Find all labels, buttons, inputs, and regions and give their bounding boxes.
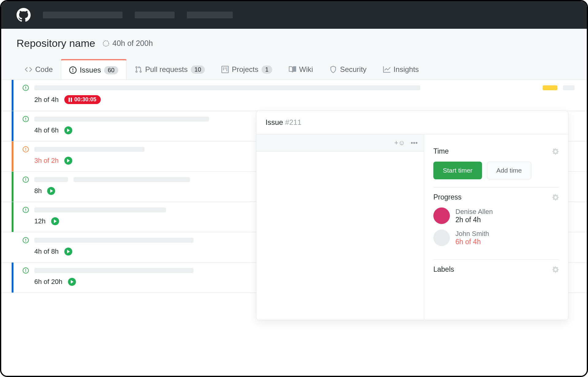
issue-time: 8h — [34, 187, 42, 195]
tab-insights[interactable]: Insights — [375, 59, 427, 80]
github-logo-icon[interactable] — [17, 8, 31, 22]
status-stripe — [12, 263, 13, 293]
content-area: 2h of 4h 00:30:05 4h — [1, 80, 587, 377]
section-title: Progress — [433, 193, 462, 201]
issue-row[interactable]: 2h of 4h 00:30:05 — [1, 80, 587, 111]
progress-person: Denise Allen2h of 4h — [433, 207, 559, 224]
book-icon — [289, 66, 296, 73]
section-title: Labels — [433, 265, 454, 274]
avatar — [433, 230, 450, 246]
tab-count: 1 — [262, 65, 272, 74]
play-button[interactable] — [68, 278, 76, 286]
title-placeholder — [34, 207, 166, 212]
issue-time: 4h of 8h — [34, 248, 59, 256]
tab-security[interactable]: Security — [321, 59, 375, 80]
timer-value: 00:30:05 — [74, 96, 96, 103]
issue-time: 6h of 20h — [34, 278, 62, 286]
tab-label: Insights — [394, 65, 419, 74]
repo-time-budget: 40h of 200h — [103, 39, 153, 48]
gear-icon[interactable] — [552, 194, 559, 201]
graph-icon — [383, 66, 390, 73]
tab-code[interactable]: Code — [17, 59, 61, 80]
tab-pull-requests[interactable]: Pull requests 10 — [126, 59, 213, 80]
svg-point-0 — [103, 40, 109, 46]
meta-placeholder — [563, 85, 575, 90]
tab-projects[interactable]: Projects 1 — [213, 59, 281, 80]
play-button[interactable] — [51, 217, 59, 225]
tab-label: Projects — [232, 65, 258, 74]
issue-icon — [69, 66, 77, 74]
sidebar: Time Start timer Add time Progress — [424, 134, 568, 320]
avatar — [433, 207, 450, 224]
person-time: 6h of 4h — [455, 238, 489, 246]
comment-toolbar: +☺ ••• — [256, 134, 424, 151]
comment-body[interactable] — [256, 151, 424, 320]
clock-icon — [103, 40, 109, 47]
status-stripe — [12, 232, 13, 262]
repo-name[interactable]: Repository name — [17, 37, 95, 49]
label-placeholder — [543, 85, 557, 90]
issue-open-icon — [23, 85, 29, 91]
tab-label: Security — [340, 65, 367, 74]
tab-count: 60 — [104, 66, 118, 74]
repo-tabs: Code Issues 60 Pull requests 10 Projects… — [17, 59, 571, 80]
person-time: 2h of 4h — [455, 216, 493, 224]
comment-area: +☺ ••• — [256, 134, 424, 320]
nav-placeholder — [43, 12, 123, 18]
tab-label: Wiki — [299, 65, 313, 74]
add-time-button[interactable]: Add time — [487, 162, 531, 179]
title-placeholder — [34, 268, 194, 273]
issue-time: 4h of 6h — [34, 126, 59, 134]
gear-icon[interactable] — [552, 266, 559, 273]
tab-issues[interactable]: Issues 60 — [61, 59, 126, 80]
nav-placeholder — [187, 12, 233, 18]
issue-time: 3h of 2h — [34, 157, 59, 165]
play-button[interactable] — [64, 126, 72, 134]
title-placeholder — [34, 117, 209, 121]
pull-request-icon — [135, 66, 142, 73]
title-placeholder — [34, 177, 68, 182]
issue-open-icon — [23, 177, 29, 183]
issue-open-icon — [23, 116, 29, 122]
start-timer-button[interactable]: Start timer — [433, 162, 482, 179]
issue-open-icon — [23, 146, 29, 152]
topbar — [1, 1, 587, 29]
repo-budget-text: 40h of 200h — [112, 39, 153, 48]
status-stripe — [12, 80, 13, 111]
panel-title-prefix: Issue — [266, 118, 285, 126]
progress-person: John Smith6h of 4h — [433, 230, 559, 246]
code-icon — [25, 66, 32, 73]
section-labels: Labels — [433, 260, 559, 288]
add-reaction-button[interactable]: +☺ — [394, 139, 405, 147]
issue-time: 2h of 4h — [34, 96, 59, 104]
section-time: Time Start timer Add time — [433, 142, 559, 188]
tab-wiki[interactable]: Wiki — [281, 59, 321, 80]
status-stripe — [12, 141, 13, 171]
section-progress: Progress Denise Allen2h of 4hJohn Smith6… — [433, 188, 559, 260]
person-name: John Smith — [455, 230, 489, 238]
issue-time: 12h — [34, 217, 46, 225]
title-placeholder — [74, 177, 190, 182]
panel-issue-number: #211 — [285, 118, 301, 126]
running-timer-badge[interactable]: 00:30:05 — [64, 95, 101, 104]
play-button[interactable] — [47, 187, 55, 195]
issue-open-icon — [23, 207, 29, 213]
tab-label: Pull requests — [145, 65, 188, 74]
repo-header: Repository name 40h of 200h Code Issues … — [1, 29, 587, 80]
play-button[interactable] — [64, 248, 72, 256]
tab-count: 10 — [191, 65, 205, 74]
issue-open-icon — [23, 237, 29, 243]
issue-open-icon — [23, 267, 29, 274]
status-stripe — [12, 202, 13, 232]
panel-header: Issue #211 — [256, 111, 568, 134]
play-button[interactable] — [64, 157, 72, 165]
shield-icon — [330, 66, 337, 73]
person-name: Denise Allen — [455, 208, 493, 216]
title-placeholder — [34, 238, 194, 243]
section-title: Time — [433, 147, 449, 155]
gear-icon[interactable] — [552, 148, 559, 155]
tab-label: Code — [35, 65, 53, 74]
nav-placeholder — [135, 12, 175, 18]
tab-label: Issues — [80, 66, 101, 74]
kebab-menu-icon[interactable]: ••• — [411, 139, 418, 147]
